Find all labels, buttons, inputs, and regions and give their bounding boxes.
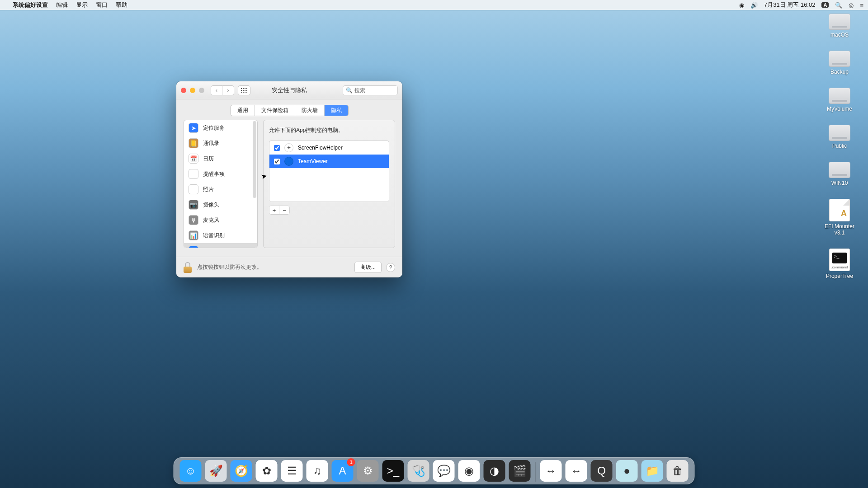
dock-davinci[interactable]: ◑ — [484, 460, 505, 482]
category-item[interactable]: 📅日历 — [184, 151, 257, 166]
advanced-button[interactable]: 高级... — [354, 262, 382, 273]
category-label: 日历 — [203, 155, 214, 163]
menu-app[interactable]: 系统偏好设置 — [13, 1, 48, 9]
system-preferences-window: ‹ › 安全性与隐私 🔍 通用 文件保险箱 防火墙 隐私 ➤定位服务📒通讯录📅日… — [176, 81, 402, 277]
dock-trash[interactable]: 🗑 — [667, 460, 689, 482]
app-icon: ✦ — [284, 143, 293, 152]
menu-item-view[interactable]: 显示 — [76, 1, 88, 9]
app-checkbox[interactable] — [274, 145, 280, 151]
dock-teamviewer-host[interactable]: ↔ — [566, 460, 587, 482]
app-name: TeamViewer — [298, 158, 328, 164]
category-icon: ☰ — [189, 169, 198, 179]
category-icon: ➤ — [189, 123, 198, 133]
dock-finder[interactable]: ☺ — [180, 460, 202, 482]
category-icon: 📒 — [189, 138, 198, 148]
dock-safari[interactable]: 🧭 — [231, 460, 252, 482]
menu-item-edit[interactable]: 编辑 — [56, 1, 68, 9]
category-label: 定位服务 — [203, 124, 225, 132]
add-app-button[interactable]: + — [269, 206, 279, 214]
spotlight-icon[interactable]: 🔍 — [835, 2, 842, 9]
drive-icon — [829, 125, 850, 141]
dock-appstore[interactable]: A1 — [332, 460, 354, 482]
dock-disk-utility[interactable]: 🩺 — [408, 460, 429, 482]
accessibility-app-list[interactable]: ✦ ScreenFlowHelper ↔ TeamViewer — [269, 141, 389, 202]
help-button[interactable]: ? — [386, 263, 395, 272]
tab-filevault[interactable]: 文件保险箱 — [255, 105, 295, 116]
forward-button[interactable]: › — [222, 85, 234, 95]
desktop-drive[interactable]: Public — [819, 125, 860, 149]
dock-music[interactable]: ♫ — [307, 460, 328, 482]
desktop-drive[interactable]: MyVolume — [819, 88, 860, 112]
dock-fcp[interactable]: 🎬 — [509, 460, 531, 482]
dock-unknown-app[interactable]: ● — [616, 460, 638, 482]
search-field[interactable]: 🔍 — [343, 85, 398, 95]
category-label: 摄像头 — [203, 201, 219, 209]
lock-icon[interactable] — [184, 262, 193, 273]
dock-quicktime[interactable]: Q — [591, 460, 613, 482]
notification-center-icon[interactable]: ≡ — [860, 2, 863, 9]
input-source-icon[interactable]: A — [821, 2, 829, 8]
drive-icon — [829, 162, 850, 178]
dock-downloads[interactable]: 📁 — [642, 460, 663, 482]
zoom-button[interactable] — [199, 88, 204, 93]
search-icon: 🔍 — [346, 87, 353, 94]
desktop-app[interactable]: AEFI Mounter v3.1 — [819, 199, 860, 236]
command-file-icon: .command — [829, 249, 850, 271]
category-item[interactable]: ➤定位服务 — [184, 120, 257, 136]
desktop-drive[interactable]: WIN10 — [819, 162, 860, 186]
app-icon: ↔ — [284, 157, 293, 166]
dock-photos[interactable]: ✿ — [256, 460, 278, 482]
dock-separator — [535, 462, 536, 482]
category-label: 辅助功能 — [203, 247, 225, 249]
dock-chrome[interactable]: ◉ — [458, 460, 480, 482]
category-item[interactable]: 📊语音识别 — [184, 228, 257, 243]
siri-icon[interactable]: ◎ — [849, 2, 854, 9]
category-label: 照片 — [203, 186, 214, 193]
category-label: 麦克风 — [203, 216, 219, 224]
back-button[interactable]: ‹ — [211, 85, 222, 95]
titlebar: ‹ › 安全性与隐私 🔍 — [176, 81, 402, 99]
menubar: 系统偏好设置 编辑 显示 窗口 帮助 ◉ 🔊 7月31日 周五 16:02 A … — [0, 0, 868, 10]
dock-wechat[interactable]: 💬 — [433, 460, 455, 482]
category-item[interactable]: ☰提醒事项 — [184, 166, 257, 182]
minimize-button[interactable] — [190, 88, 195, 93]
screen-record-icon[interactable]: ◉ — [739, 2, 744, 9]
app-checkbox[interactable] — [274, 159, 280, 164]
category-icon: 🎙 — [189, 215, 198, 225]
tab-general[interactable]: 通用 — [231, 105, 255, 116]
desktop-drive[interactable]: Backup — [819, 51, 860, 75]
category-item[interactable]: ✿照片 — [184, 182, 257, 197]
accessibility-caption: 允许下面的App控制您的电脑。 — [269, 127, 389, 134]
category-item[interactable]: ◉辅助功能 — [184, 243, 257, 248]
menu-item-help[interactable]: 帮助 — [116, 1, 127, 9]
remove-app-button[interactable]: − — [279, 206, 289, 214]
lock-hint: 点按锁按钮以防再次更改。 — [197, 263, 350, 271]
scrollbar[interactable] — [253, 121, 256, 198]
menu-item-window[interactable]: 窗口 — [96, 1, 108, 9]
close-button[interactable] — [181, 88, 186, 93]
category-icon: ◉ — [189, 246, 198, 248]
desktop-drive[interactable]: macOS — [819, 14, 860, 38]
badge: 1 — [347, 458, 355, 466]
app-file-icon: A — [829, 199, 850, 221]
search-input[interactable] — [354, 87, 402, 94]
category-icon: 📊 — [189, 230, 198, 240]
privacy-category-list[interactable]: ➤定位服务📒通讯录📅日历☰提醒事项✿照片📷摄像头🎙麦克风📊语音识别◉辅助功能 — [184, 120, 258, 248]
datetime[interactable]: 7月31日 周五 16:02 — [764, 1, 815, 9]
desktop-icons: macOS Backup MyVolume Public WIN10 AEFI … — [819, 14, 860, 279]
dock-system-preferences[interactable]: ⚙ — [357, 460, 379, 482]
dock-terminal[interactable]: >_ — [382, 460, 404, 482]
volume-icon[interactable]: 🔊 — [750, 2, 758, 9]
dock-teamviewer-full[interactable]: ↔ — [540, 460, 562, 482]
app-row[interactable]: ✦ ScreenFlowHelper — [269, 141, 389, 155]
dock-reminders[interactable]: ☰ — [281, 460, 303, 482]
category-item[interactable]: 🎙麦克风 — [184, 212, 257, 228]
app-row[interactable]: ↔ TeamViewer — [269, 155, 389, 168]
category-item[interactable]: 📒通讯录 — [184, 136, 257, 151]
tab-privacy[interactable]: 隐私 — [325, 105, 348, 116]
dock-launchpad[interactable]: 🚀 — [205, 460, 227, 482]
desktop-command[interactable]: .commandProperTree — [819, 249, 860, 279]
show-all-button[interactable] — [238, 85, 250, 95]
tab-firewall[interactable]: 防火墙 — [295, 105, 325, 116]
category-item[interactable]: 📷摄像头 — [184, 197, 257, 212]
